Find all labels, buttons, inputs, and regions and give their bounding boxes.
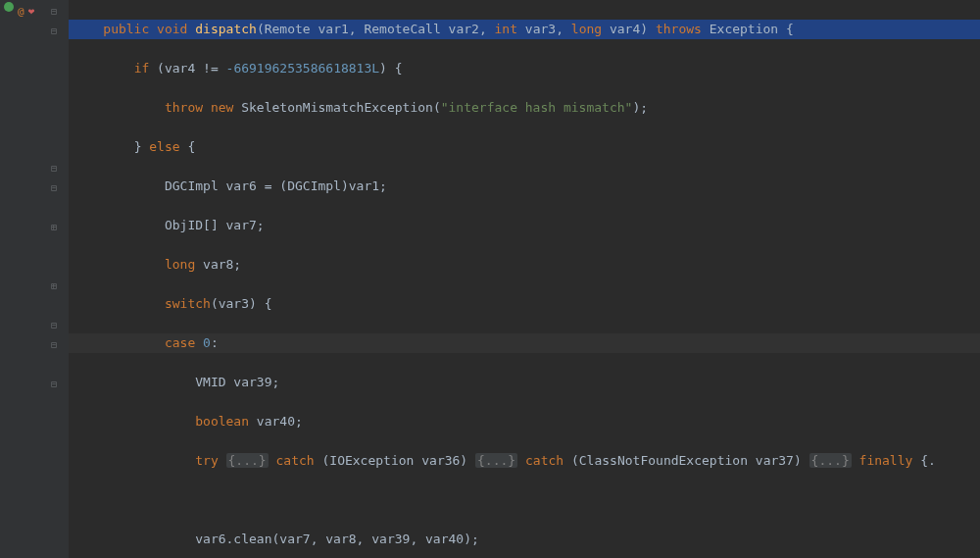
bookmark-icon[interactable]: ❤ [28,2,35,22]
code-line[interactable]: boolean var40; [69,412,980,431]
code-line[interactable]: try {...} catch (IOException var36) {...… [69,451,980,471]
fold-icon[interactable]: ⊟ [51,375,57,394]
code-line[interactable]: long var8; [69,255,980,275]
code-line[interactable]: var6.clean(var7, var8, var39, var40); [69,530,980,549]
code-editor: @ ❤ ⊟ ⊟ ⊟ ⊟ ⊞ ⊞ ⊟ ⊟ ⊟ public void dispat… [0,0,980,558]
folded-region[interactable]: {...} [809,453,852,468]
run-icon[interactable] [4,2,14,12]
code-line[interactable]: public void dispatch(Remote var1, Remote… [69,20,980,39]
gutter: @ ❤ ⊟ ⊟ ⊟ ⊟ ⊞ ⊞ ⊟ ⊟ ⊟ [0,0,69,558]
code-line[interactable]: case 0: [69,333,980,353]
fold-icon[interactable]: ⊟ [51,335,57,355]
code-line[interactable] [69,490,980,510]
fold-icon[interactable]: ⊟ [51,159,57,178]
breakpoint-icons: @ ❤ [4,2,34,22]
fold-icon[interactable]: ⊟ [51,178,57,198]
code-line[interactable]: DGCImpl var6 = (DGCImpl)var1; [69,177,980,196]
code-line[interactable]: throw new SkeletonMismatchException("int… [69,98,980,118]
code-line[interactable]: if (var4 != -669196253586618813L) { [69,59,980,78]
code-line[interactable]: switch(var3) { [69,294,980,314]
fold-icon[interactable]: ⊟ [51,316,57,335]
at-icon: @ [18,2,24,22]
fold-icon[interactable]: ⊟ [51,2,57,22]
code-line[interactable]: ObjID[] var7; [69,216,980,235]
code-area[interactable]: public void dispatch(Remote var1, Remote… [69,0,980,558]
folded-region[interactable]: {...} [226,453,269,468]
fold-icon[interactable]: ⊟ [51,22,57,41]
code-line[interactable]: VMID var39; [69,373,980,392]
fold-icon[interactable]: ⊞ [51,277,57,296]
fold-icon[interactable]: ⊞ [51,218,57,237]
code-line[interactable]: } else { [69,137,980,157]
folded-region[interactable]: {...} [475,453,517,468]
